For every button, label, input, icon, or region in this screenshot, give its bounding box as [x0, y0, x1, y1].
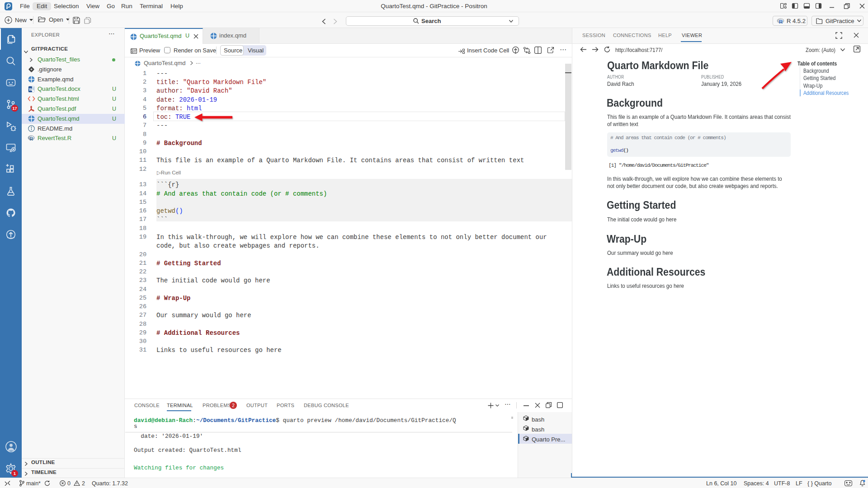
svg-text:R: R	[779, 19, 783, 24]
svg-text:W: W	[29, 87, 33, 92]
svg-text:R: R	[30, 136, 33, 141]
